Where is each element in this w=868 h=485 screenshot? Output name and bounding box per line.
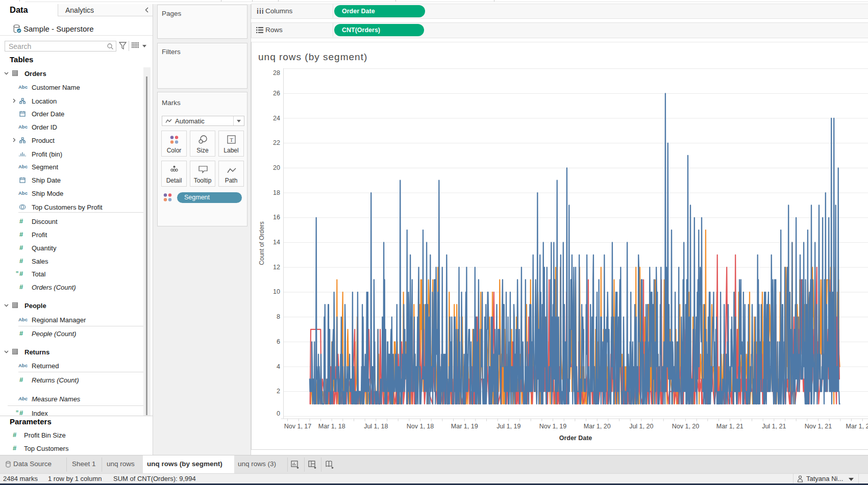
- svg-text:12: 12: [273, 264, 280, 271]
- svg-text:Nov 1, 19: Nov 1, 19: [539, 423, 567, 430]
- svg-text:0: 0: [277, 410, 280, 417]
- svg-text:Nov 1, 18: Nov 1, 18: [407, 423, 434, 430]
- svg-text:Count of Orders: Count of Orders: [258, 221, 265, 265]
- svg-text:6: 6: [277, 338, 280, 345]
- svg-text:18: 18: [273, 189, 280, 196]
- svg-text:Mar 1, 18: Mar 1, 18: [318, 423, 345, 430]
- svg-text:Jul 1, 21: Jul 1, 21: [762, 423, 786, 430]
- svg-text:Jul 1, 20: Jul 1, 20: [629, 423, 653, 430]
- svg-text:14: 14: [273, 239, 280, 246]
- svg-text:Jul 1, 19: Jul 1, 19: [497, 423, 520, 430]
- svg-text:8: 8: [277, 313, 280, 320]
- svg-text:Mar 1, 20: Mar 1, 20: [584, 423, 611, 430]
- svg-text:24: 24: [273, 115, 280, 122]
- svg-text:26: 26: [273, 90, 280, 97]
- svg-text:Jul 1, 18: Jul 1, 18: [364, 423, 388, 430]
- svg-text:T: T: [230, 137, 233, 143]
- svg-text:28: 28: [273, 69, 280, 76]
- svg-text:Nov 1, 20: Nov 1, 20: [672, 423, 700, 430]
- svg-text:Mar 1, 19: Mar 1, 19: [451, 423, 478, 430]
- svg-text:Nov 1, 17: Nov 1, 17: [284, 423, 312, 430]
- svg-text:22: 22: [273, 139, 280, 146]
- svg-text:20: 20: [273, 164, 280, 171]
- svg-text:10: 10: [273, 288, 280, 295]
- svg-text:Mar 1, 21: Mar 1, 21: [716, 423, 743, 430]
- svg-text:4: 4: [277, 363, 280, 370]
- svg-text:Mar 1, 22: Mar 1, 22: [846, 423, 868, 430]
- svg-text:2: 2: [277, 388, 280, 395]
- svg-text:16: 16: [273, 214, 280, 221]
- svg-text:Order Date: Order Date: [559, 435, 592, 442]
- svg-text:Nov 1, 21: Nov 1, 21: [805, 423, 832, 430]
